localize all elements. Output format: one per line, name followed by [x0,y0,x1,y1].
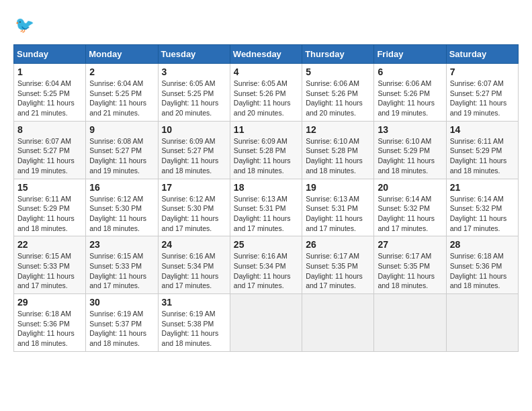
day-number: 23 [89,239,154,250]
calendar-week-1: 1 Sunrise: 6:04 AM Sunset: 5:25 PM Dayli… [14,64,519,122]
header-saturday: Saturday [446,45,518,64]
day-info: Sunrise: 6:18 AM Sunset: 5:36 PM Dayligh… [450,251,515,291]
day-info: Sunrise: 6:13 AM Sunset: 5:31 PM Dayligh… [306,194,370,234]
day-number: 29 [17,297,82,308]
day-number: 6 [378,66,442,77]
calendar-cell: 25 Sunrise: 6:16 AM Sunset: 5:34 PM Dayl… [230,236,302,294]
calendar-cell: 19 Sunrise: 6:13 AM Sunset: 5:31 PM Dayl… [302,179,374,236]
logo: 🐦 [13,13,40,38]
calendar-cell: 5 Sunrise: 6:06 AM Sunset: 5:26 PM Dayli… [302,64,374,122]
calendar-cell: 7 Sunrise: 6:07 AM Sunset: 5:27 PM Dayli… [446,64,518,122]
day-number: 16 [89,182,154,193]
day-number: 18 [234,182,298,193]
day-info: Sunrise: 6:19 AM Sunset: 5:38 PM Dayligh… [162,309,226,349]
calendar-cell: 12 Sunrise: 6:10 AM Sunset: 5:28 PM Dayl… [302,121,374,179]
calendar-cell: 2 Sunrise: 6:04 AM Sunset: 5:25 PM Dayli… [86,64,158,122]
day-info: Sunrise: 6:15 AM Sunset: 5:33 PM Dayligh… [17,251,82,291]
day-info: Sunrise: 6:12 AM Sunset: 5:30 PM Dayligh… [89,194,154,234]
calendar-cell: 29 Sunrise: 6:18 AM Sunset: 5:36 PM Dayl… [14,294,86,352]
day-info: Sunrise: 6:10 AM Sunset: 5:29 PM Dayligh… [378,136,442,176]
calendar-header-row: SundayMondayTuesdayWednesdayThursdayFrid… [14,45,519,64]
day-number: 30 [89,297,154,308]
day-number: 5 [306,66,370,77]
day-info: Sunrise: 6:12 AM Sunset: 5:30 PM Dayligh… [162,194,226,234]
day-number: 7 [450,66,515,77]
calendar-cell: 4 Sunrise: 6:05 AM Sunset: 5:26 PM Dayli… [230,64,302,122]
day-number: 21 [450,182,515,193]
day-info: Sunrise: 6:07 AM Sunset: 5:27 PM Dayligh… [17,136,82,176]
calendar-cell: 28 Sunrise: 6:18 AM Sunset: 5:36 PM Dayl… [446,236,518,294]
calendar-week-5: 29 Sunrise: 6:18 AM Sunset: 5:36 PM Dayl… [14,294,519,352]
calendar-cell: 22 Sunrise: 6:15 AM Sunset: 5:33 PM Dayl… [14,236,86,294]
calendar-week-4: 22 Sunrise: 6:15 AM Sunset: 5:33 PM Dayl… [14,236,519,294]
calendar-cell: 18 Sunrise: 6:13 AM Sunset: 5:31 PM Dayl… [230,179,302,236]
logo-icon: 🐦 [13,13,38,38]
day-info: Sunrise: 6:07 AM Sunset: 5:27 PM Dayligh… [450,79,515,118]
page-header: 🐦 [13,13,519,38]
calendar-cell: 9 Sunrise: 6:08 AM Sunset: 5:27 PM Dayli… [86,121,158,179]
day-number: 28 [450,239,515,250]
calendar-cell: 8 Sunrise: 6:07 AM Sunset: 5:27 PM Dayli… [14,121,86,179]
header-wednesday: Wednesday [230,45,302,64]
day-info: Sunrise: 6:15 AM Sunset: 5:33 PM Dayligh… [89,251,154,291]
day-info: Sunrise: 6:08 AM Sunset: 5:27 PM Dayligh… [89,136,154,176]
day-info: Sunrise: 6:11 AM Sunset: 5:29 PM Dayligh… [450,136,515,176]
day-number: 8 [17,124,82,135]
calendar-cell: 10 Sunrise: 6:09 AM Sunset: 5:27 PM Dayl… [158,121,230,179]
header-tuesday: Tuesday [158,45,230,64]
svg-text:🐦: 🐦 [15,15,35,34]
calendar-cell [302,294,374,352]
calendar-cell: 14 Sunrise: 6:11 AM Sunset: 5:29 PM Dayl… [446,121,518,179]
calendar-cell: 3 Sunrise: 6:05 AM Sunset: 5:25 PM Dayli… [158,64,230,122]
day-info: Sunrise: 6:17 AM Sunset: 5:35 PM Dayligh… [306,251,370,291]
day-number: 11 [234,124,298,135]
day-info: Sunrise: 6:14 AM Sunset: 5:32 PM Dayligh… [378,194,442,234]
calendar-cell: 21 Sunrise: 6:14 AM Sunset: 5:32 PM Dayl… [446,179,518,236]
header-friday: Friday [374,45,446,64]
day-number: 4 [234,66,298,77]
day-info: Sunrise: 6:04 AM Sunset: 5:25 PM Dayligh… [89,79,154,118]
day-number: 15 [17,182,82,193]
calendar-cell: 27 Sunrise: 6:17 AM Sunset: 5:35 PM Dayl… [374,236,446,294]
calendar-cell: 1 Sunrise: 6:04 AM Sunset: 5:25 PM Dayli… [14,64,86,122]
calendar-cell [446,294,518,352]
header-monday: Monday [86,45,158,64]
day-number: 24 [162,239,226,250]
calendar-cell: 11 Sunrise: 6:09 AM Sunset: 5:28 PM Dayl… [230,121,302,179]
calendar-cell: 30 Sunrise: 6:19 AM Sunset: 5:37 PM Dayl… [86,294,158,352]
day-number: 31 [162,297,226,308]
calendar-cell: 26 Sunrise: 6:17 AM Sunset: 5:35 PM Dayl… [302,236,374,294]
day-info: Sunrise: 6:13 AM Sunset: 5:31 PM Dayligh… [234,194,298,234]
header-sunday: Sunday [14,45,86,64]
day-number: 13 [378,124,442,135]
day-info: Sunrise: 6:18 AM Sunset: 5:36 PM Dayligh… [17,309,82,349]
day-number: 3 [162,66,226,77]
day-number: 17 [162,182,226,193]
day-info: Sunrise: 6:16 AM Sunset: 5:34 PM Dayligh… [162,251,226,291]
calendar-cell: 16 Sunrise: 6:12 AM Sunset: 5:30 PM Dayl… [86,179,158,236]
calendar-cell: 31 Sunrise: 6:19 AM Sunset: 5:38 PM Dayl… [158,294,230,352]
day-number: 2 [89,66,154,77]
day-info: Sunrise: 6:14 AM Sunset: 5:32 PM Dayligh… [450,194,515,234]
day-info: Sunrise: 6:10 AM Sunset: 5:28 PM Dayligh… [306,136,370,176]
day-info: Sunrise: 6:17 AM Sunset: 5:35 PM Dayligh… [378,251,442,291]
day-info: Sunrise: 6:05 AM Sunset: 5:25 PM Dayligh… [162,79,226,118]
calendar-cell: 6 Sunrise: 6:06 AM Sunset: 5:26 PM Dayli… [374,64,446,122]
calendar-week-2: 8 Sunrise: 6:07 AM Sunset: 5:27 PM Dayli… [14,121,519,179]
day-info: Sunrise: 6:05 AM Sunset: 5:26 PM Dayligh… [234,79,298,118]
day-info: Sunrise: 6:09 AM Sunset: 5:27 PM Dayligh… [162,136,226,176]
calendar-body: 1 Sunrise: 6:04 AM Sunset: 5:25 PM Dayli… [14,64,519,352]
day-number: 27 [378,239,442,250]
day-info: Sunrise: 6:06 AM Sunset: 5:26 PM Dayligh… [378,79,442,118]
calendar-cell: 15 Sunrise: 6:11 AM Sunset: 5:29 PM Dayl… [14,179,86,236]
calendar-cell: 23 Sunrise: 6:15 AM Sunset: 5:33 PM Dayl… [86,236,158,294]
day-number: 14 [450,124,515,135]
day-number: 10 [162,124,226,135]
day-number: 12 [306,124,370,135]
day-info: Sunrise: 6:11 AM Sunset: 5:29 PM Dayligh… [17,194,82,234]
day-info: Sunrise: 6:06 AM Sunset: 5:26 PM Dayligh… [306,79,370,118]
day-number: 9 [89,124,154,135]
calendar-cell: 20 Sunrise: 6:14 AM Sunset: 5:32 PM Dayl… [374,179,446,236]
day-info: Sunrise: 6:09 AM Sunset: 5:28 PM Dayligh… [234,136,298,176]
calendar-cell: 13 Sunrise: 6:10 AM Sunset: 5:29 PM Dayl… [374,121,446,179]
